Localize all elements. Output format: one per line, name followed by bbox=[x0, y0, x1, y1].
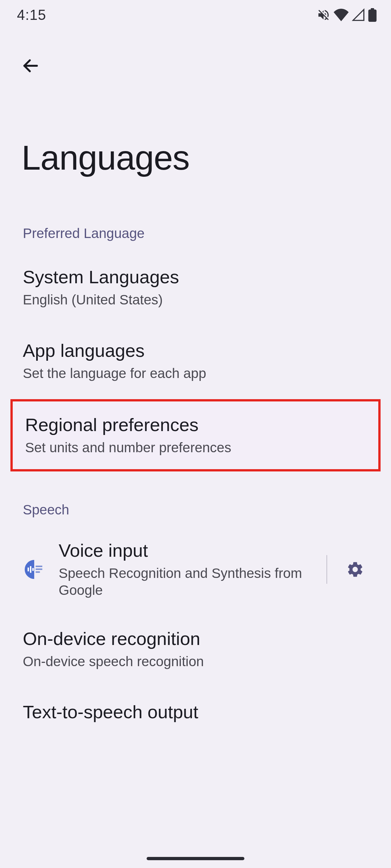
status-time: 4:15 bbox=[17, 7, 46, 23]
item-regional-preferences[interactable]: Regional preferences Set units and numbe… bbox=[10, 399, 381, 471]
item-subtitle: Set the language for each app bbox=[23, 365, 368, 381]
item-system-languages[interactable]: System Languages English (United States) bbox=[0, 250, 391, 324]
status-icons bbox=[317, 8, 377, 22]
svg-rect-0 bbox=[368, 9, 376, 22]
navigation-bar-indicator[interactable] bbox=[147, 857, 244, 860]
voice-input-settings-button[interactable] bbox=[339, 553, 371, 586]
item-on-device-recognition[interactable]: On-device recognition On-device speech r… bbox=[0, 612, 391, 686]
section-header-preferred: Preferred Language bbox=[0, 197, 391, 250]
item-title: Voice input bbox=[59, 540, 308, 561]
item-text-to-speech[interactable]: Text-to-speech output bbox=[0, 685, 391, 738]
item-subtitle: Set units and number preferences bbox=[25, 439, 366, 456]
voice-input-icon bbox=[22, 558, 47, 581]
back-button[interactable] bbox=[18, 53, 44, 79]
item-title: On-device recognition bbox=[23, 628, 368, 650]
voice-input-text: Voice input Speech Recognition and Synth… bbox=[59, 540, 315, 599]
svg-rect-4 bbox=[30, 566, 31, 573]
back-arrow-icon bbox=[21, 56, 40, 75]
divider bbox=[327, 555, 327, 584]
svg-rect-6 bbox=[35, 565, 42, 567]
item-title: Regional preferences bbox=[25, 414, 366, 436]
item-subtitle: On-device speech recognition bbox=[23, 653, 368, 670]
page-title: Languages bbox=[0, 79, 391, 197]
item-title: System Languages bbox=[23, 266, 368, 288]
wifi-icon bbox=[334, 8, 348, 22]
svg-rect-7 bbox=[35, 568, 42, 570]
mute-icon bbox=[317, 8, 330, 22]
section-header-speech: Speech bbox=[0, 473, 391, 527]
svg-rect-8 bbox=[35, 571, 40, 573]
item-subtitle: English (United States) bbox=[23, 292, 368, 308]
svg-rect-3 bbox=[28, 567, 29, 571]
battery-icon bbox=[368, 8, 377, 22]
svg-rect-5 bbox=[32, 568, 33, 571]
item-subtitle: Speech Recognition and Synthesis from Go… bbox=[59, 565, 306, 599]
item-app-languages[interactable]: App languages Set the language for each … bbox=[0, 324, 391, 398]
item-title: Text-to-speech output bbox=[23, 701, 368, 723]
gear-icon bbox=[346, 560, 364, 579]
item-voice-input[interactable]: Voice input Speech Recognition and Synth… bbox=[0, 527, 391, 612]
status-bar: 4:15 bbox=[0, 0, 391, 30]
item-title: App languages bbox=[23, 340, 368, 362]
cellular-icon bbox=[352, 8, 365, 22]
svg-rect-1 bbox=[371, 8, 374, 10]
app-bar bbox=[0, 30, 391, 79]
